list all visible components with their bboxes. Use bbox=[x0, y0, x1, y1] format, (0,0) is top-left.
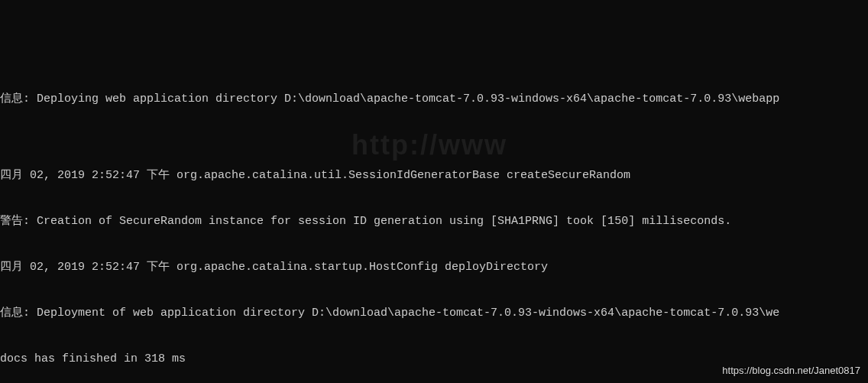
terminal-output[interactable]: 信息: Deploying web application directory … bbox=[0, 61, 868, 383]
log-line: 信息: Deploying web application directory … bbox=[0, 92, 868, 107]
log-line: 信息: Deployment of web application direct… bbox=[0, 306, 868, 321]
log-line: 警告: Creation of SecureRandom instance fo… bbox=[0, 214, 868, 229]
source-watermark: https://blog.csdn.net/Janet0817 bbox=[722, 363, 860, 378]
log-line: 四月 02, 2019 2:52:47 下午 org.apache.catali… bbox=[0, 168, 868, 183]
log-line: 四月 02, 2019 2:52:47 下午 org.apache.catali… bbox=[0, 260, 868, 275]
